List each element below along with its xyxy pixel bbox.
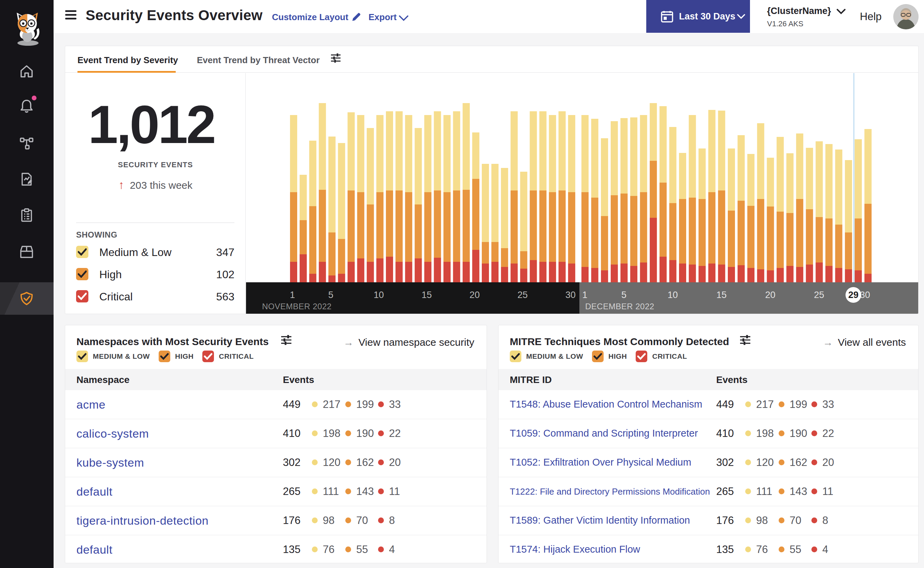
svg-text:30: 30	[565, 290, 576, 300]
svg-text:10: 10	[374, 290, 384, 300]
svg-text:30: 30	[860, 290, 870, 300]
svg-text:1: 1	[290, 290, 295, 300]
svg-text:DECEMBER 2022: DECEMBER 2022	[585, 302, 654, 311]
svg-text:25: 25	[517, 290, 528, 300]
svg-text:15: 15	[421, 290, 432, 300]
svg-text:10: 10	[668, 290, 678, 300]
svg-text:5: 5	[621, 290, 627, 300]
svg-text:25: 25	[814, 290, 824, 300]
svg-text:1: 1	[582, 290, 587, 300]
svg-text:20: 20	[469, 290, 480, 300]
svg-text:15: 15	[716, 290, 727, 300]
svg-text:NOVEMBER 2022: NOVEMBER 2022	[262, 302, 332, 311]
svg-text:5: 5	[328, 290, 333, 300]
svg-text:29: 29	[848, 290, 859, 300]
svg-text:20: 20	[765, 290, 775, 300]
